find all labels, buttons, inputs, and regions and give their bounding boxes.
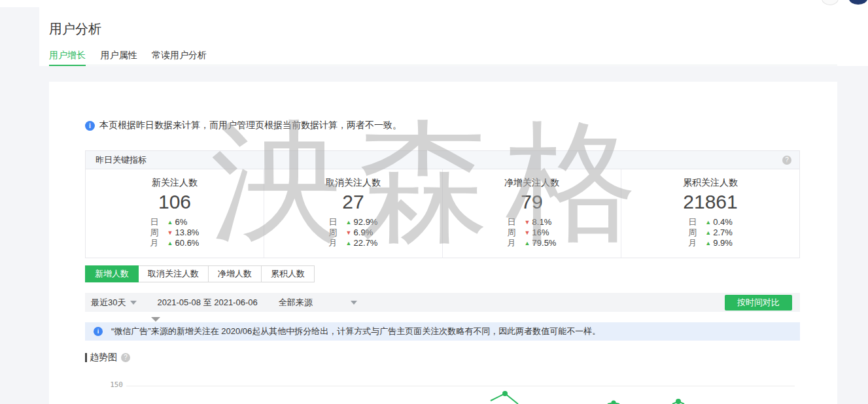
info-icon: i: [85, 121, 95, 131]
stat-value: 16%: [532, 227, 549, 237]
main-panel: i 本页根据昨日数据来计算，而用户管理页根据当前数据计算，两者不一致。 昨日关键…: [49, 82, 837, 404]
trend-arrow-icon: ▲: [346, 239, 354, 248]
stat-value: 79.5%: [532, 238, 557, 248]
trend-arrow-icon: ▼: [346, 228, 354, 238]
metric-stats: 日▼8.1% 周▼16% 月▲79.5%: [508, 217, 557, 248]
trend-arrow-icon: ▲: [167, 218, 175, 227]
stat-row: 日▲92.9%: [329, 217, 378, 227]
page-title: 用户分析: [49, 20, 101, 38]
date-range-value: 最近30天: [91, 297, 126, 309]
source-dropdown[interactable]: 全部来源: [279, 297, 357, 309]
stat-value: 6.9%: [354, 227, 373, 237]
metrics-body: 新关注人数 106 日▲6% 周▼13.8% 月▲60.6% 取消关注人数 27…: [86, 169, 799, 258]
segment-new-followers[interactable]: 新增人数: [85, 265, 139, 282]
tab-user-growth[interactable]: 用户增长: [49, 49, 86, 65]
trend-arrow-icon: ▲: [705, 228, 713, 238]
data-notice: i 本页根据昨日数据来计算，而用户管理页根据当前数据计算，两者不一致。: [85, 120, 402, 131]
trend-arrow-icon: ▲: [525, 239, 532, 248]
trend-arrow-icon: ▼: [167, 228, 175, 238]
stat-row: 月▲9.9%: [688, 238, 733, 248]
metric-label: 净增关注人数: [443, 177, 621, 189]
stat-row: 月▲79.5%: [508, 238, 557, 248]
segment-net-increase[interactable]: 净增人数: [208, 265, 262, 282]
yesterday-metrics-card: 昨日关键指标 ? 新关注人数 106 日▲6% 周▼13.8% 月▲60.6% …: [85, 150, 800, 258]
trend-arrow-icon: ▼: [525, 228, 532, 238]
top-strip: [0, 0, 868, 7]
stat-row: 周▼6.9%: [329, 227, 378, 238]
stat-row: 日▼8.1%: [508, 217, 557, 227]
trend-arrow-icon: ▼: [525, 218, 532, 227]
metric-stats: 日▲92.9% 周▼6.9% 月▲22.7%: [329, 217, 378, 248]
metric-stats: 日▲0.4% 周▲2.7% 月▲9.9%: [688, 217, 733, 248]
metric-segment-buttons: 新增人数 取消关注人数 净增人数 累积人数: [85, 265, 315, 282]
trend-arrow-icon: ▲: [167, 239, 175, 248]
metric-value: 79: [443, 191, 621, 213]
stat-value: 6%: [175, 217, 188, 227]
stat-value: 13.8%: [175, 227, 200, 237]
stat-value: 2.7%: [713, 227, 733, 237]
segment-unfollowers[interactable]: 取消关注人数: [138, 265, 209, 282]
metrics-card-header: 昨日关键指标 ?: [86, 151, 799, 169]
trend-arrow-icon: ▲: [705, 239, 713, 248]
metric-label: 新关注人数: [86, 177, 264, 189]
stat-value: 22.7%: [354, 238, 378, 248]
stat-value: 8.1%: [532, 217, 552, 227]
metric-value: 21861: [621, 191, 799, 213]
collapse-notice-caret[interactable]: [151, 317, 160, 322]
help-icon[interactable]: ?: [782, 156, 791, 165]
trend-arrow-icon: ▲: [346, 218, 354, 227]
user-analysis-page: 用户分析 用户增长 用户属性 常读用户分析 i 本页根据昨日数据来计算，而用户管…: [0, 0, 868, 404]
wechat-ad-notice: i “微信广告”来源的新增关注在 2020/06起从其他中拆分给出，计算方式与广…: [85, 322, 800, 341]
metrics-card-title: 昨日关键指标: [95, 155, 147, 165]
account-avatar-icon[interactable]: [849, 0, 867, 5]
compare-by-time-button[interactable]: 按时间对比: [725, 295, 792, 311]
tab-regular-readers[interactable]: 常读用户分析: [152, 49, 207, 65]
stat-row: 周▲2.7%: [688, 227, 733, 238]
trend-line-chart[interactable]: [49, 369, 837, 404]
help-icon[interactable]: ?: [121, 353, 130, 362]
trend-arrow-icon: ▲: [705, 218, 713, 227]
metric-value: 27: [264, 191, 442, 213]
trend-chart-title: 趋势图: [90, 352, 117, 363]
stat-value: 92.9%: [354, 217, 378, 227]
section-marker: [85, 353, 87, 362]
stat-value: 9.9%: [713, 238, 733, 248]
trend-chart-header: 趋势图 ?: [85, 352, 130, 363]
metric-label: 取消关注人数: [264, 177, 442, 189]
stat-row: 周▼13.8%: [150, 227, 200, 238]
metric-label: 累积关注人数: [621, 177, 799, 189]
stat-row: 日▲6%: [150, 217, 200, 227]
stat-row: 日▲0.4%: [688, 217, 733, 227]
metric-net-increase: 净增关注人数 79 日▼8.1% 周▼16% 月▲79.5%: [442, 169, 621, 258]
chevron-down-icon: [130, 301, 137, 305]
metric-cumulative-followers: 累积关注人数 21861 日▲0.4% 周▲2.7% 月▲9.9%: [621, 169, 799, 258]
filter-bar: 最近30天 2021-05-08 至 2021-06-06 全部来源 按时间对比: [85, 293, 800, 312]
chevron-down-icon: [351, 301, 357, 305]
metric-value: 106: [86, 191, 264, 213]
segment-cumulative[interactable]: 累积人数: [261, 265, 315, 282]
browser-avatar-icon[interactable]: [822, 0, 839, 5]
tab-bar: 用户增长 用户属性 常读用户分析: [49, 49, 837, 65]
date-range-text[interactable]: 2021-05-08 至 2021-06-06: [157, 297, 257, 309]
notice-text: 本页根据昨日数据来计算，而用户管理页根据当前数据计算，两者不一致。: [99, 120, 402, 131]
ad-notice-text: “微信广告”来源的新增关注在 2020/06起从其他中拆分给出，计算方式与广告主…: [111, 326, 600, 337]
date-range-dropdown[interactable]: 最近30天: [91, 297, 137, 309]
page-header: 用户分析 用户增长 用户属性 常读用户分析: [39, 7, 868, 66]
tab-user-attributes[interactable]: 用户属性: [100, 49, 137, 65]
info-icon: i: [94, 327, 103, 336]
source-value: 全部来源: [279, 297, 313, 309]
stat-row: 月▲22.7%: [329, 238, 378, 248]
metric-unfollowers: 取消关注人数 27 日▲92.9% 周▼6.9% 月▲22.7%: [264, 169, 442, 258]
metric-new-followers: 新关注人数 106 日▲6% 周▼13.8% 月▲60.6%: [86, 169, 264, 258]
stat-row: 月▲60.6%: [150, 238, 200, 248]
stat-value: 60.6%: [175, 238, 200, 248]
metric-stats: 日▲6% 周▼13.8% 月▲60.6%: [150, 217, 200, 248]
stat-row: 周▼16%: [508, 227, 557, 238]
stat-value: 0.4%: [713, 217, 733, 227]
